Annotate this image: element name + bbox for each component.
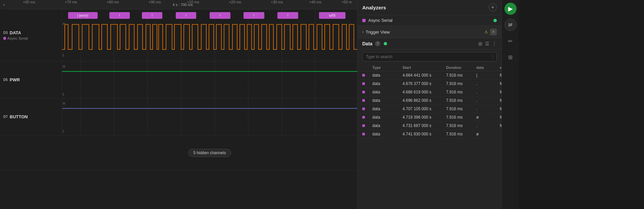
data-grid-icon[interactable]: ⊞ (478, 41, 482, 46)
data-help-icon[interactable]: ? (375, 41, 380, 46)
row-dot (362, 107, 372, 111)
far-right-panel: ▶ 1F ✏ ⊞ (501, 0, 519, 209)
signal-panel: ‹ 4 s : 700 ms +60 ms +70 ms +80 ms +90 … (0, 0, 357, 209)
data-more-icon[interactable]: ⋮ (492, 41, 497, 46)
search-more-button[interactable]: ⋮ (491, 54, 495, 59)
row-data: . (476, 90, 500, 94)
data-section: Data ? ⊞ ☰ ⋮ ⋮ Type Start Duration data … (358, 38, 501, 209)
table-row[interactable]: data 4.696 862 000 s 7.916 ms . framing (358, 96, 501, 105)
data-title: Data (362, 41, 372, 46)
async-serial-name: Async Serial (368, 18, 491, 23)
table-row[interactable]: data 4.664 441 000 s 7.916 ms | framing (358, 71, 501, 80)
table-row[interactable]: data 4.741 930 000 s 7.916 ms ø (358, 130, 501, 138)
channel-d3: D3 DATA Async Serial H L | (error) ! ! !… (0, 9, 357, 61)
trigger-view-chevron: › (362, 30, 364, 34)
channel-d5-label: D5 PWR (0, 61, 62, 98)
nav-arrow-left[interactable]: ‹ (0, 0, 8, 9)
row-dot (362, 90, 372, 94)
hidden-channels-waveform: 5 hidden channels (62, 135, 357, 170)
annotation-5: ! (244, 12, 264, 19)
hidden-badge-pill[interactable]: 5 hidden channels (188, 149, 231, 157)
row-start: 4.707 105 000 s (402, 107, 446, 111)
table-row[interactable]: data 4.686 619 000 s 7.916 ms . framing (358, 88, 501, 96)
annotation-xf8: \xF8 (319, 12, 345, 19)
row-duration: 7.916 ms (446, 107, 476, 111)
annotation-error: | (error) (68, 12, 98, 19)
data-status-dot (384, 42, 387, 45)
annotation-1: ! (109, 12, 130, 19)
d3-sub-text: Async Serial (7, 36, 28, 40)
layout-button[interactable]: ⊞ (504, 51, 517, 63)
row-start: 4.676 377 000 s (402, 81, 446, 86)
analyzers-title: Analyzers (362, 5, 386, 10)
hidden-channels-row: 5 hidden channels (0, 135, 357, 171)
d7-name-text: BUTTON (10, 114, 28, 119)
hidden-badge: 5 hidden channels (62, 135, 357, 170)
row-data: . (476, 107, 500, 111)
async-serial-status (493, 19, 497, 22)
table-row[interactable]: data 4.707 105 000 s 7.916 ms . framing (358, 105, 501, 113)
row-duration: 7.916 ms (446, 81, 476, 86)
row-start: 4.696 862 000 s (402, 98, 446, 103)
channel-d7-name: D7 BUTTON (3, 114, 58, 119)
play-button[interactable]: ▶ (504, 3, 517, 15)
search-box: ⋮ (362, 52, 497, 61)
row-type: data (372, 90, 402, 94)
data-table: Type Start Duration data error data 4.66… (358, 64, 501, 209)
d5-waveform-svg (62, 61, 357, 98)
channel-d7: D7 BUTTON H L (0, 98, 357, 135)
add-analyzer-button[interactable]: + (489, 3, 497, 11)
row-duration: 7.916 ms (446, 132, 476, 136)
annotation-3: ! (176, 12, 197, 19)
row-dot (362, 73, 372, 78)
time-marker-30: +30 ms (271, 0, 283, 4)
time-marker-90: +90 ms (149, 0, 161, 4)
data-list-icon[interactable]: ☰ (485, 41, 489, 46)
col-start: Start (402, 66, 446, 70)
row-data: ø (476, 132, 500, 136)
table-row[interactable]: data 4.731 687 000 s 7.916 ms . framing (358, 122, 501, 130)
row-dot (362, 115, 372, 120)
row-start: 4.741 930 000 s (402, 132, 446, 136)
row-type: data (372, 115, 402, 120)
row-type: data (372, 81, 402, 86)
row-data: . (476, 98, 500, 103)
row-type: data (372, 73, 402, 78)
channel-d3-waveform: H L | (error) ! ! ! ! ! ! \xF8 (62, 9, 357, 61)
search-input[interactable] (362, 52, 497, 61)
trigger-view-close-button[interactable]: × (490, 29, 497, 35)
row-duration: 7.916 ms (446, 90, 476, 94)
trigger-view-row[interactable]: › Trigger View ⚠ × (358, 26, 501, 38)
analyzers-header: Analyzers + (358, 0, 501, 15)
row-duration: 7.916 ms (446, 73, 476, 78)
one-f-badge[interactable]: 1F (504, 19, 517, 31)
col-duration: Duration (446, 66, 476, 70)
table-row[interactable]: data 4.676 377 000 s 7.916 ms . framing (358, 80, 501, 88)
analyzers-panel: Analyzers + Async Serial › Trigger View … (357, 0, 501, 209)
row-data: . (476, 81, 500, 86)
row-data: ø (476, 115, 500, 120)
async-serial-row: Async Serial (358, 15, 501, 26)
d5-h-marker: H (63, 65, 65, 69)
channel-d5-name: D5 PWR (3, 77, 58, 82)
col-error: error (500, 66, 501, 70)
channel-d3-label: D3 DATA Async Serial (0, 9, 62, 61)
row-type: data (372, 107, 402, 111)
col-data: data (476, 66, 500, 70)
row-start: 4.731 687 000 s (402, 123, 446, 128)
d7-h-marker: H (63, 102, 65, 106)
channel-d3-name: D3 DATA (3, 30, 58, 35)
table-header: Type Start Duration data error (358, 64, 501, 71)
time-marker-70: +70 ms (65, 0, 77, 4)
d5-name-text: PWR (10, 77, 20, 82)
row-start: 4.719 396 000 s (402, 115, 446, 120)
data-header-icons: ⊞ ☰ ⋮ (478, 41, 497, 46)
d7-l-marker: L (63, 129, 65, 133)
col-type: Type (372, 66, 402, 70)
channel-d5: D5 PWR H L (0, 61, 357, 98)
row-type: data (372, 123, 402, 128)
table-row[interactable]: data 4.719 396 000 s 7.916 ms ø framing (358, 113, 501, 122)
edit-button[interactable]: ✏ (504, 35, 517, 47)
time-marker-50: +50 m (341, 0, 352, 4)
d3-name-text: DATA (10, 30, 21, 35)
